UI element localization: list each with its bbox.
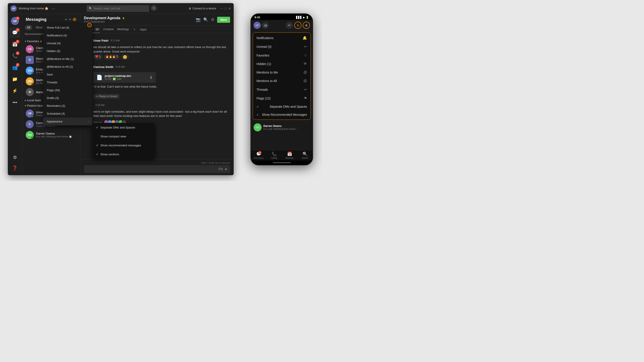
rail-item-messaging[interactable]: 💬 1 <box>10 27 20 38</box>
input-send-icon[interactable]: ➤ <box>224 167 228 171</box>
filter-tab-all[interactable]: All <box>25 25 32 30</box>
tab-content[interactable]: Content <box>103 26 114 33</box>
dd-item-mentions-me[interactable]: @Mentions to Me (1) <box>43 55 92 63</box>
app-sub-compact[interactable]: ✓ Show compact view <box>92 132 155 141</box>
phone-check-separate-icon: ✓ <box>256 105 259 108</box>
phone-notif-unread[interactable]: Unread (3) ↩ <box>253 42 310 51</box>
reaction-heart[interactable]: ❤️ 1 <box>93 54 102 60</box>
add-button[interactable]: + <box>151 5 157 11</box>
phone-notif-notifications[interactable]: Notifications 🔔 <box>253 33 310 42</box>
phone-flag-icon: ⚑ <box>304 96 307 100</box>
filter-icon[interactable]: ≡ <box>69 17 71 21</box>
dd-item-drafts[interactable]: Drafts (3) <box>43 94 92 102</box>
rail-item-calendar[interactable]: 📅 1 <box>10 39 20 50</box>
phone-nav-search[interactable]: 🔍 Search <box>297 151 312 159</box>
dd-label-flags: Flags (34) <box>47 88 60 92</box>
search-box[interactable]: 🔍 Search, meet, and call <box>86 5 149 12</box>
rail-item-calls[interactable]: 📞 1 <box>10 50 20 61</box>
home-bar <box>273 162 291 163</box>
phone-notif-flags-label: Flags (12) <box>256 96 270 100</box>
phone-nav-calling-label: Calling <box>271 157 277 159</box>
add-tab-icon[interactable]: + <box>134 27 136 31</box>
phone-notif-favorites[interactable]: Favorites ☆ <box>253 51 310 60</box>
app-sub-recommended[interactable]: ✓ Show recommended messages <box>92 141 155 150</box>
status-dot-clarissa <box>32 51 34 53</box>
phone-nav-meetings[interactable]: 📅 Meetings <box>282 151 297 159</box>
input-actions: Aa ➤ <box>218 167 228 171</box>
channel-name-row: Development Agenda ★ <box>84 16 125 20</box>
rail-item-apps[interactable]: ⚡ <box>10 85 20 96</box>
avatar-emily: EN <box>26 67 34 75</box>
dd-item-mentions-all[interactable]: @Mentions to All (1) <box>43 63 92 71</box>
rail-item-files[interactable]: 📁 <box>10 74 20 84</box>
phone-notif-flags[interactable]: Flags (12) ⚑ <box>253 94 310 103</box>
dd-item-scheduled[interactable]: Scheduled (4) <box>43 110 92 117</box>
minimize-button[interactable]: ─ <box>221 7 223 10</box>
reaction-fire[interactable]: 🔥🔥🔥 3 <box>104 54 120 60</box>
dd-item-flags[interactable]: Flags (34) <box>43 86 92 94</box>
back-arrow[interactable]: ‹ <box>52 7 53 10</box>
phone-notif-separate-dms[interactable]: ✓ Separate DMs and Spaces <box>253 103 310 111</box>
phone-nav-messaging[interactable]: 5 💬 Messaging <box>251 151 266 159</box>
connect-device-button[interactable]: 🖥 Connect to a device <box>188 7 216 10</box>
meet-button[interactable]: Meet <box>217 17 230 23</box>
check-recommended-icon: ✓ <box>96 143 98 147</box>
tab-meetings[interactable]: Meetings <box>117 26 129 33</box>
phone-notif-recommended-label: Show Recommended Messages <box>262 113 307 116</box>
phone-nav-search-label: Search <box>302 157 308 159</box>
dd-item-reminders[interactable]: Reminders (2) <box>43 102 92 110</box>
phone-notif-threads-label: Threads <box>256 88 268 91</box>
phone-notif-mentions-me[interactable]: Mentions to Me @ <box>253 68 310 77</box>
feature-launch-chevron: ▾ <box>25 104 26 107</box>
phone-notif-mentions-all[interactable]: Mentions to All @ <box>253 77 310 85</box>
app-sub-sections[interactable]: ✓ Show sections <box>92 150 155 159</box>
forward-arrow[interactable]: › <box>54 7 55 10</box>
phone-chat-preview-darren[interactable]: DO Darren Owens In a call • Working from… <box>251 122 312 133</box>
app-sub-separate-dms[interactable]: ✓ Separate DMs and Spaces <box>92 123 155 132</box>
apps-tab[interactable]: Apps <box>140 28 147 31</box>
rail-item-help[interactable]: ❓ <box>10 163 20 173</box>
phone-nav-calling[interactable]: 📞 Calling <box>266 151 282 159</box>
phone-compose-icon[interactable]: ✏ <box>286 22 293 29</box>
input-format-icon[interactable]: Aa <box>218 167 223 171</box>
search-channel-icon[interactable]: 🔍 <box>203 17 208 22</box>
rail-item-people[interactable]: 👥 1 <box>10 62 20 73</box>
app-sub-label-recommended: Show recommended messages <box>100 144 152 147</box>
download-button[interactable]: ⬇ <box>149 75 153 80</box>
phone-notif-recommended[interactable]: ✓ Show Recommended Messages <box>253 111 310 119</box>
phone-notif-hidden[interactable]: Hidden (1) 👁 <box>253 60 310 68</box>
help-icon: ❓ <box>12 165 18 171</box>
chat-item-darren[interactable]: DO Darren Owens In a call • Working from… <box>23 130 79 140</box>
add-chat-button[interactable]: ⊕ <box>72 16 76 22</box>
phone-chat-name-darren: Darren Owens <box>264 124 310 128</box>
phone-notif-threads[interactable]: Threads ↩ <box>253 85 310 94</box>
phone-add-button[interactable]: ⊕ <box>303 22 310 29</box>
check-separate-dms-icon: ✓ <box>96 126 98 129</box>
phone-hidden-icon: 👁 <box>304 62 307 66</box>
rail-item-more[interactable]: ••• <box>10 97 20 108</box>
dd-item-threads[interactable]: Threads <box>43 78 92 86</box>
dd-item-notifications[interactable]: Notifications (4) <box>43 31 92 39</box>
phone-filter-button[interactable]: ≡ <box>294 22 302 29</box>
dd-item-show-full-list[interactable]: Show Full List (4) <box>43 24 92 31</box>
compose-icon[interactable]: ✏ <box>65 17 68 22</box>
settings-channel-icon[interactable]: ⚙ <box>211 17 214 22</box>
reaction-add[interactable]: 😊 <box>121 54 129 60</box>
more-icon: ••• <box>12 100 17 105</box>
app-sub-label-sections: Show sections <box>100 153 152 156</box>
rail-item-settings[interactable]: ⚙ <box>10 152 20 163</box>
reply-to-thread-button[interactable]: ↩ Reply to thread <box>93 94 120 99</box>
phone-notif-unread-label: Unread (3) <box>256 45 272 48</box>
close-button[interactable]: ✕ <box>228 7 231 10</box>
rail-item-profile[interactable]: UP 3 <box>10 16 20 26</box>
avatar-matthew: MB <box>26 77 34 85</box>
maximize-button[interactable]: □ <box>225 7 226 10</box>
dd-item-hidden[interactable]: Hidden (5) <box>43 47 92 55</box>
dd-item-appearance[interactable]: Appearance › <box>43 117 92 125</box>
channel-star-icon: ★ <box>122 16 125 20</box>
status-dot-matthew <box>32 83 34 85</box>
dd-item-sent[interactable]: Sent <box>43 71 92 78</box>
camera-icon[interactable]: 📷 <box>196 17 200 22</box>
appearance-submenu: ✓ Separate DMs and Spaces ✓ Show compact… <box>92 123 155 159</box>
dd-item-unread[interactable]: Unread (4) <box>43 39 92 47</box>
